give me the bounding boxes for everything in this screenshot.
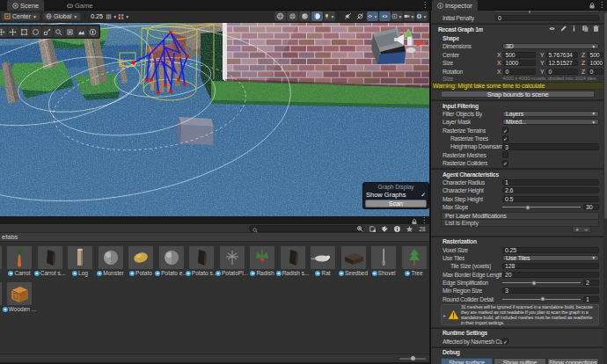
edit-pencil-icon[interactable] [559,25,567,33]
slider-value[interactable]: 1 [583,296,599,302]
effects-muted-icon[interactable] [355,11,366,21]
asset-info-icon[interactable] [392,225,403,233]
show-outline-button[interactable]: Show outline [494,358,545,364]
tool-handle-pivot-dropdown[interactable]: Center ▼ [1,12,40,21]
tab-inspector[interactable]: Inspector [432,0,478,11]
camera-dropdown-icon[interactable]: ▼ [404,11,415,21]
remove-item-button[interactable]: − [584,228,588,232]
favorite-star-icon[interactable] [405,225,415,233]
shaded-sphere-icon[interactable] [299,11,311,21]
view-pan-tool-icon[interactable] [0,26,7,37]
field-value[interactable]: 0.25 [502,247,599,253]
shaded-wire-sphere-icon[interactable] [287,11,298,21]
checkbox-rasterize-trees[interactable]: ✓ [502,135,508,142]
asset-item-wooden[interactable]: ■Wooden ... [6,282,33,313]
asset-item-log[interactable]: ■Log [67,246,93,277]
show-connections-button[interactable]: Show connections [547,358,599,364]
project-menu-icon[interactable]: ⋮ [421,216,428,225]
asset-item-shovel[interactable]: ■Shovel [370,246,397,277]
breadcrumb[interactable]: efabs [0,233,429,242]
asset-item-carrot[interactable]: ■Carrot [6,246,33,277]
custom-tool-compass-icon[interactable] [88,26,99,37]
field-value[interactable]: 2.6 [502,187,599,193]
checkbox-affected-by-navmesh-cut[interactable]: ✓ [502,339,508,345]
asset-item-radish-s[interactable]: ■Radish s... [280,246,306,277]
field-value[interactable]: 1 [502,179,599,186]
dropdown-value[interactable]: Use Tiles▼ [502,255,599,261]
scan-button[interactable]: Scan [365,200,427,207]
dropdown-value[interactable]: Mixed...▼ [502,119,599,125]
search-by-label-icon[interactable] [380,225,391,233]
scale-tool-icon[interactable] [42,26,53,37]
y-value[interactable]: 12.51527 [546,60,578,66]
audio-muted-icon[interactable] [342,11,354,21]
show-graphs-toggle[interactable]: Show Graphs ✓ [365,191,427,199]
asset-item-potato-e[interactable]: ■Potato e... [158,246,185,277]
field-value[interactable]: 3 [502,143,599,149]
list-title[interactable]: Per Layer Modifications [441,212,599,219]
move-tool-icon[interactable] [8,26,18,37]
slider-value[interactable]: 2 [583,280,599,286]
field-value[interactable]: 128 [502,263,599,269]
slider-knob[interactable] [526,205,530,209]
search-input[interactable] [249,225,363,232]
scene-viewport[interactable]: Graph Display Show Graphs ✓ Scan [0,23,429,216]
inspector-lock-icon[interactable] [589,3,595,9]
x-value[interactable]: 0 [503,69,536,75]
asset-item-seedbed[interactable]: ■Seedbed [340,246,367,277]
asset-item-carrot-s[interactable]: ■Carrot s... [37,246,63,277]
field-value[interactable]: 3 [502,288,599,294]
asset-item-rat[interactable]: ■Rat [310,246,336,277]
z-value[interactable]: 1000 [588,60,603,66]
info-icon[interactable] [570,25,578,33]
z-value[interactable]: 0 [588,69,603,75]
field-value[interactable]: 0.5 [502,196,599,202]
tab-game[interactable]: Game [62,0,98,11]
snap-bounds-to-scene-button[interactable]: Snap bounds to scene [441,91,595,98]
checkbox-rasterize-terrains[interactable]: ✓ [502,127,508,134]
grid-snap-value[interactable]: 0.25 [88,12,106,21]
asset-item-radish[interactable]: ■Radish [249,246,275,277]
snap-settings-dropdown[interactable]: ▼ [118,11,129,21]
z-value[interactable]: 500 [588,52,603,58]
inspector-menu-icon[interactable]: ⋮ [598,1,605,10]
duplicate-icon[interactable] [581,25,589,33]
dropdown-value[interactable]: Layers▼ [502,111,599,117]
zoom-tool-icon[interactable] [54,26,64,37]
slider-knob[interactable] [541,297,545,302]
checkbox-rasterize-meshes[interactable] [502,152,508,158]
render-mode-sphere-icon[interactable] [311,11,323,21]
asset-item-potatopl[interactable]: ■PotatoPl... [219,246,245,277]
inspector-scrollbar[interactable] [603,11,607,364]
search-by-type-icon[interactable] [355,225,366,233]
fold-arrow-icon[interactable]: ▸ [443,312,446,318]
wireframe-sphere-icon[interactable] [274,11,286,21]
hidden-count-eye-icon[interactable]: 28 [417,225,428,233]
thumbnail-size-slider[interactable] [399,358,426,360]
terrain-tool-icon[interactable] [77,26,87,37]
transform-tool-icon[interactable] [65,26,76,37]
y-value[interactable]: 0 [546,69,578,75]
rect-tool-icon[interactable] [19,26,30,37]
slider-knob[interactable] [531,280,536,285]
visibility-eye-icon[interactable] [379,11,391,21]
checkbox-rasterize-colliders[interactable]: ✓ [502,160,508,166]
tab-scene[interactable]: Scene [7,0,44,11]
scrollbar-thumb[interactable] [604,12,607,219]
hidden-objects-icon[interactable]: ▼ [367,11,378,21]
grid-visibility-dropdown[interactable]: ▼ [106,11,117,21]
rotate-tool-icon[interactable] [31,26,41,37]
show-surface-button[interactable]: Show surface [441,358,493,364]
field-value[interactable]: 0 [495,15,599,21]
x-value[interactable]: 500 [503,52,536,58]
gizmos-compass-icon[interactable]: ▼ [416,11,428,21]
slider-value[interactable]: 30 [583,204,599,210]
scene-lighting-icon[interactable]: ▼ [324,11,335,21]
asset-item-potato[interactable]: ■Potato [128,246,154,277]
search-by-import-icon[interactable] [368,225,378,233]
slider-track[interactable] [502,207,581,208]
field-value[interactable]: 20 [502,272,599,278]
slider-knob[interactable] [411,356,415,360]
y-value[interactable]: 5.767634 [546,52,578,58]
asset-item-potato-s[interactable]: ■Potato s... [188,246,215,277]
